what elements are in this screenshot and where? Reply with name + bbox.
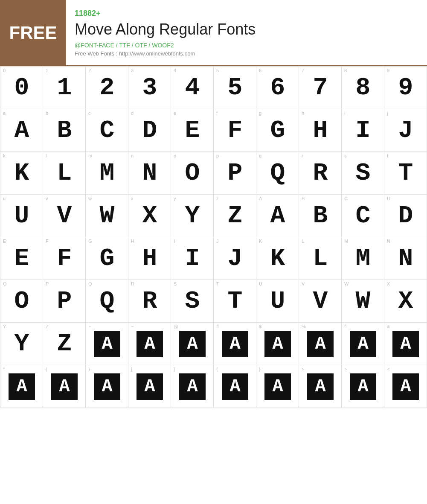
glyph-char: M [100,161,114,186]
glyph-cell: bB [43,109,86,152]
glyph-char: T [228,289,242,314]
glyph-char: B [57,118,72,143]
glyph-char: I [185,246,200,271]
glyph-char: 9 [398,76,413,100]
glyph-char: 5 [228,76,242,100]
glyph-label: v [46,196,48,201]
glyph-cell: BB [299,195,342,237]
glyph-char: A [264,373,291,400]
glyph-label: Y [3,324,6,329]
glyph-char: W [100,204,114,228]
glyph-cell: 66 [256,67,299,109]
glyph-label: u [3,196,6,201]
glyph-cell: 44 [171,67,214,109]
glyph-label: 4 [174,68,176,73]
glyph-char: S [356,161,370,186]
glyph-char: X [142,204,157,228]
glyph-label: T [216,282,219,286]
glyph-char: I [356,118,370,143]
glyph-label: c [88,111,91,116]
glyph-cell: FF [43,237,86,280]
glyph-label: 9 [387,68,389,73]
glyph-char: 6 [270,76,285,100]
glyph-cell: ~A [128,323,171,365]
glyph-cell: EE [0,237,43,280]
free-label: FREE [9,23,57,43]
glyph-label: I [174,239,175,244]
glyph-char: A [222,373,248,400]
glyph-label: ] [174,367,175,372]
glyph-label: a [3,111,6,116]
glyph-cell: gG [256,109,299,152]
glyph-char: P [57,289,72,314]
glyph-cell: GG [86,237,128,280]
glyph-cell: 99 [384,67,427,109]
glyph-cell: dD [128,109,171,152]
glyph-label: H [131,239,134,244]
glyph-label: [ [131,367,132,372]
glyph-label: 3 [131,68,134,73]
glyph-char: A [392,373,419,400]
glyph-label: 1 [46,68,48,73]
glyph-cell: ^A [342,323,384,365]
glyph-cell: eE [171,109,214,152]
glyph-cell: kK [0,152,43,195]
glyph-char: K [15,161,29,186]
glyph-label: 0 [3,68,6,73]
glyph-label: D [387,196,390,201]
glyph-cell: DD [384,195,427,237]
glyph-cell: PP [43,280,86,323]
free-badge: FREE [0,0,66,65]
header: FREE 11882+ Move Along Regular Fonts @FO… [0,0,427,66]
glyph-label: m [88,154,92,158]
font-credit: Free Web Fonts : http://www.onlinewebfon… [75,50,256,57]
glyph-char: A [137,331,163,357]
glyph-label: A [259,196,262,201]
glyph-label: i [344,111,345,116]
glyph-cell: 55 [214,67,256,109]
glyph-label: d [131,111,134,116]
glyph-char: Z [57,332,72,356]
glyph-char: A [137,373,163,400]
glyph-label: J [216,239,219,244]
glyph-cell: tT [384,152,427,195]
glyph-char: D [142,118,157,143]
glyph-cell: XX [384,280,427,323]
glyph-cell: [A [128,365,171,408]
glyph-cell: ]A [171,365,214,408]
glyph-label: x [131,196,134,201]
glyph-char: L [57,161,72,186]
glyph-cell: >A [342,365,384,408]
font-title: Move Along Regular Fonts [75,20,256,38]
glyph-cell: LL [299,237,342,280]
glyph-label: > [302,367,304,372]
glyph-label: e [174,111,176,116]
glyph-cell: rR [299,152,342,195]
glyph-cell: QQ [86,280,128,323]
glyph-cell: %A [299,323,342,365]
glyph-label: h [302,111,304,116]
glyph-cell: 11 [43,67,86,109]
glyph-cell: xX [128,195,171,237]
glyph-label: K [259,239,262,244]
glyph-cell: MM [342,237,384,280]
glyph-label: k [3,154,6,158]
glyph-cell: uU [0,195,43,237]
glyph-label: E [3,239,6,244]
glyph-char: Y [185,204,200,228]
glyph-cell: TT [214,280,256,323]
glyph-label: t [387,154,388,158]
glyph-label: < [387,367,389,372]
glyph-cell: <A [384,365,427,408]
glyph-char: B [313,204,328,228]
glyph-label: > [344,367,347,372]
header-info: 11882+ Move Along Regular Fonts @FONT-FA… [66,0,264,65]
glyph-char: Q [100,289,114,314]
glyph-cell: aA [0,109,43,152]
glyph-label: { [216,367,218,372]
glyph-char: 8 [356,76,370,100]
glyph-cell: OO [0,280,43,323]
glyph-label: q [259,154,261,158]
glyph-cell: AA [256,195,299,237]
glyph-char: 0 [15,76,29,100]
